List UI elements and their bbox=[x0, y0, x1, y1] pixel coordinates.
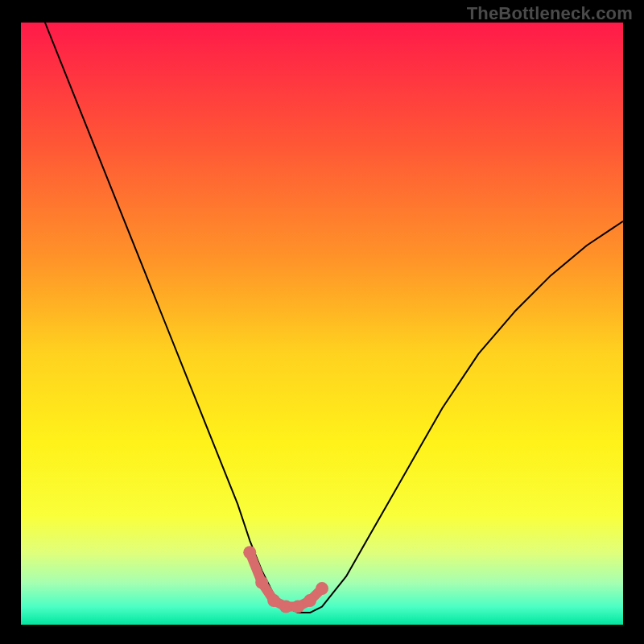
marker-point-0 bbox=[243, 546, 256, 559]
plot-area bbox=[21, 23, 623, 625]
gradient-background bbox=[21, 23, 623, 625]
marker-point-5 bbox=[303, 594, 316, 607]
marker-point-6 bbox=[316, 582, 328, 595]
watermark-label: TheBottleneck.com bbox=[467, 3, 633, 24]
marker-point-1 bbox=[255, 576, 268, 589]
marker-point-2 bbox=[267, 594, 280, 607]
chart-svg bbox=[21, 23, 623, 625]
marker-point-4 bbox=[291, 601, 304, 613]
chart-frame: TheBottleneck.com bbox=[0, 0, 644, 644]
marker-point-3 bbox=[279, 601, 292, 613]
